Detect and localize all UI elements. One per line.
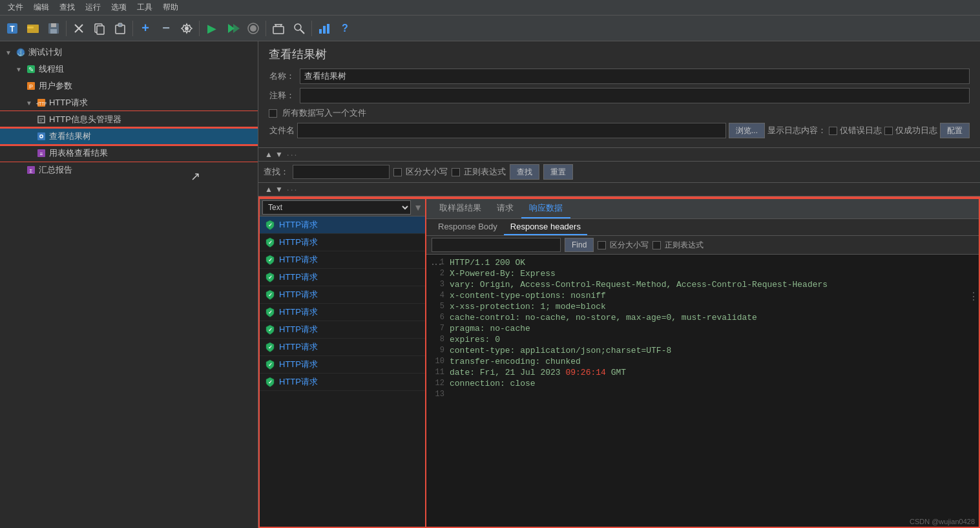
shield-icon-2: ✓: [265, 255, 275, 265]
menu-tools[interactable]: 工具: [132, 1, 158, 14]
toolbar: T + − ▶ ?: [0, 16, 980, 41]
toolbar-clear-all[interactable]: [269, 19, 288, 38]
dropdown-arrow-icon[interactable]: ▼: [413, 202, 422, 213]
scroll-up-btn[interactable]: ▲: [264, 150, 274, 159]
toolbar-remove[interactable]: −: [156, 19, 176, 38]
result-item-7[interactable]: ✓ HTTP请求: [260, 339, 425, 356]
tree-item-tableresults[interactable]: ≡ 用表格查看结果: [0, 145, 258, 162]
response-line-10: 10 transfer-encoding: chunked: [426, 356, 979, 367]
response-find-button[interactable]: Find: [565, 238, 594, 252]
config-button[interactable]: 配置: [940, 123, 970, 138]
tree-item-userparam[interactable]: P 用户参数: [0, 78, 258, 94]
response-case-checkbox[interactable]: [598, 241, 606, 249]
browse-button[interactable]: 浏览...: [729, 123, 765, 138]
toolbar-save[interactable]: [44, 19, 63, 38]
success-log-checkbox[interactable]: [884, 127, 893, 135]
toolbar-new[interactable]: T: [3, 19, 22, 38]
result-item-0[interactable]: ✓ HTTP请求: [260, 216, 425, 234]
result-label-9: HTTP请求: [279, 376, 318, 388]
case-sensitive-checkbox[interactable]: [393, 168, 402, 176]
name-input[interactable]: [300, 69, 970, 84]
result-item-9[interactable]: ✓ HTTP请求: [260, 374, 425, 391]
toolbar-cut[interactable]: [69, 19, 89, 38]
toolbar-run[interactable]: ▶: [202, 19, 222, 38]
response-line-8: 8 expires: 0: [426, 334, 979, 345]
tree-item-summary[interactable]: Σ 汇总报告: [0, 162, 258, 178]
scroll-up-btn2[interactable]: ▲: [264, 185, 274, 194]
format-select[interactable]: Text RegExp CSS/JQuery XPath: [262, 200, 411, 215]
svg-rect-18: [273, 26, 284, 34]
file-input[interactable]: [297, 123, 726, 138]
toolbar-sep3: [199, 21, 200, 36]
menubar: 文件 编辑 查找 运行 选项 工具 帮助: [0, 0, 980, 16]
response-line-4: 4 x-content-type-options: nosniff: [426, 290, 979, 301]
menu-options[interactable]: 选项: [106, 1, 132, 14]
name-row: 名称：: [269, 69, 970, 84]
tree-item-threadgroup[interactable]: ▼ ✎ 线程组: [0, 61, 258, 78]
comment-input[interactable]: [300, 88, 970, 103]
scroll-down-btn[interactable]: ▼: [274, 150, 284, 159]
toolbar-copy[interactable]: [90, 19, 109, 38]
toolbar-add[interactable]: +: [136, 19, 155, 38]
toolbar-sep4: [266, 21, 266, 36]
menu-edit[interactable]: 编辑: [28, 1, 54, 14]
toolbar-paste[interactable]: [110, 19, 130, 38]
file-option-checkbox[interactable]: [269, 109, 277, 118]
tree-item-http-parent[interactable]: ▼ HTTP HTTP请求: [0, 94, 258, 111]
result-item-1[interactable]: ✓ HTTP请求: [260, 234, 425, 251]
svg-text:≡: ≡: [40, 151, 43, 157]
menu-file[interactable]: 文件: [3, 1, 28, 14]
svg-text:✓: ✓: [268, 275, 273, 280]
subtab-response-headers[interactable]: Response headers: [504, 219, 587, 235]
scroll-controls-1: ▲ ▼ ···: [258, 148, 980, 162]
search-input[interactable]: [293, 165, 390, 179]
toolbar-chart[interactable]: [315, 19, 334, 38]
toolbar-run-nopause[interactable]: [223, 19, 242, 38]
menu-help[interactable]: 帮助: [158, 1, 183, 14]
shield-icon-1: ✓: [265, 237, 275, 248]
shield-icon-4: ✓: [265, 290, 275, 300]
error-log-checkbox[interactable]: [829, 127, 837, 135]
toolbar-stop[interactable]: [244, 19, 263, 38]
svg-line-23: [300, 30, 304, 34]
regex-checkbox[interactable]: [452, 168, 460, 176]
tab-response-data[interactable]: 响应数据: [521, 199, 570, 218]
svg-text:✓: ✓: [268, 310, 273, 315]
line-num-7: 7: [426, 324, 450, 333]
result-item-4[interactable]: ✓ HTTP请求: [260, 286, 425, 304]
menu-run[interactable]: 运行: [80, 1, 106, 14]
svg-rect-12: [118, 23, 122, 26]
tree-item-viewresults[interactable]: 查看结果树: [0, 128, 258, 145]
tree-item-header-mgr[interactable]: HTTP信息头管理器: [0, 111, 258, 128]
line-num-9: 9: [426, 346, 450, 355]
toolbar-config[interactable]: [177, 19, 196, 38]
result-item-5[interactable]: ✓ HTTP请求: [260, 304, 425, 321]
tab-request[interactable]: 请求: [489, 199, 521, 218]
svg-text:✓: ✓: [268, 257, 273, 263]
file-option-row: 所有数据写入一个文件: [269, 107, 970, 119]
tree-label5: HTTP信息头管理器: [49, 114, 121, 125]
tree-item-testplan[interactable]: ▼ ⚓ 测试计划: [0, 44, 258, 61]
result-item-8[interactable]: ✓ HTTP请求: [260, 356, 425, 374]
result-item-6[interactable]: ✓ HTTP请求: [260, 321, 425, 339]
toolbar-search[interactable]: [289, 19, 309, 38]
shield-icon-7: ✓: [265, 342, 275, 352]
find-button[interactable]: 查找: [510, 164, 539, 180]
response-find-input[interactable]: [432, 238, 561, 252]
reset-button[interactable]: 重置: [543, 164, 573, 180]
scroll-down-btn2[interactable]: ▼: [274, 185, 284, 194]
svg-rect-3: [27, 26, 34, 28]
dots-sep2: ···: [284, 184, 301, 195]
result-label-6: HTTP请求: [279, 324, 318, 335]
comment-row: 注释：: [269, 88, 970, 103]
result-item-3[interactable]: ✓ HTTP请求: [260, 269, 425, 286]
toolbar-open[interactable]: [23, 19, 43, 38]
response-regex-checkbox[interactable]: [652, 241, 661, 249]
result-item-2[interactable]: ✓ HTTP请求: [260, 251, 425, 269]
menu-find[interactable]: 查找: [54, 1, 80, 14]
tab-sampler-results[interactable]: 取样器结果: [432, 199, 489, 218]
result-label-3: HTTP请求: [279, 271, 318, 283]
svg-text:✓: ✓: [268, 379, 273, 385]
subtab-response-body[interactable]: Response Body: [432, 219, 504, 235]
toolbar-help[interactable]: ?: [335, 19, 355, 38]
